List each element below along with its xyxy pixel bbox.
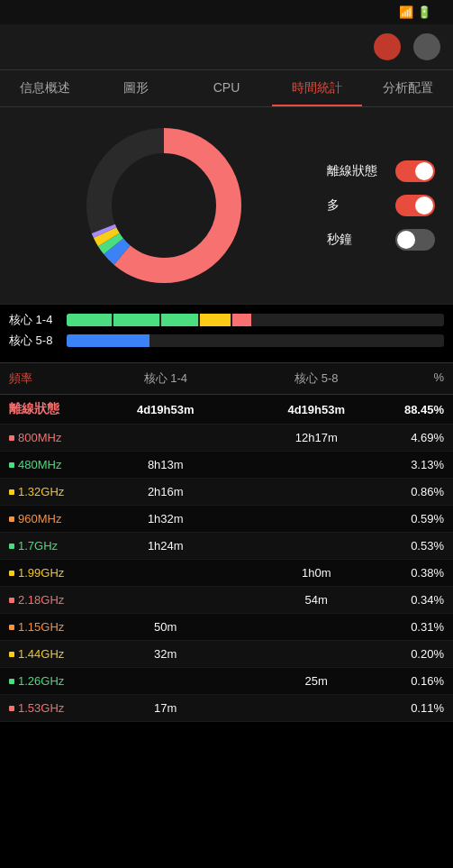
core-bar-fill	[113, 314, 159, 326]
core14-cell: 50m	[90, 620, 241, 634]
freq-dot	[9, 571, 14, 576]
nav-tab-時間統計[interactable]: 時間統計	[272, 70, 363, 106]
table-row: 1.26GHz25m0.16%	[0, 668, 453, 695]
toggle-row: 多	[327, 195, 435, 216]
freq-cell: 1.99GHz	[9, 566, 90, 580]
core-bar-fill	[232, 314, 251, 326]
core-bar-fill	[67, 334, 149, 347]
pct-cell: 0.53%	[392, 539, 444, 553]
core58-cell: 1h0m	[241, 566, 393, 580]
title-bar	[0, 24, 453, 70]
toggle-switch[interactable]	[395, 229, 435, 251]
core14-cell: 8h13m	[90, 458, 241, 471]
table-header-cell: 核心 1-4	[90, 370, 241, 387]
freq-cell: 1.44GHz	[9, 647, 90, 661]
table-row: 1.53GHz17m0.11%	[0, 695, 453, 722]
core58-cell: 4d19h53m	[241, 403, 393, 416]
donut-svg	[78, 120, 249, 291]
freq-value: 2.18GHz	[18, 593, 64, 607]
nav-tab-信息概述[interactable]: 信息概述	[0, 70, 91, 106]
freq-value: 離線狀態	[9, 401, 59, 417]
table-header-cell: 頻率	[9, 370, 90, 387]
close-button[interactable]	[374, 33, 401, 60]
pct-cell: 0.38%	[392, 566, 444, 580]
status-icons: 📶 🔋	[399, 5, 431, 19]
freq-dot	[9, 544, 14, 549]
core-bar-fill	[67, 314, 112, 326]
donut-section: 離線狀態多秒鐘	[0, 107, 453, 304]
freq-cell: 1.26GHz	[9, 674, 90, 688]
freq-dot	[9, 462, 14, 468]
toggle-switch[interactable]	[395, 195, 435, 216]
donut-chart	[78, 120, 249, 291]
freq-value: 1.53GHz	[18, 701, 64, 715]
toggle-switch[interactable]	[395, 160, 435, 182]
freq-value: 1.26GHz	[18, 674, 64, 688]
table-row: 1.7GHz1h24m0.53%	[0, 533, 453, 560]
freq-cell: 1.15GHz	[9, 620, 90, 634]
core-bar-fill	[200, 314, 231, 326]
freq-dot	[9, 625, 14, 630]
pct-cell: 0.59%	[392, 512, 444, 525]
core14-cell: 4d19h53m	[90, 403, 241, 416]
toggle-label: 離線狀態	[327, 163, 377, 179]
table-row: 480MHz8h13m3.13%	[0, 452, 453, 479]
core-bars-section: 核心 1-4核心 5-8	[0, 304, 453, 359]
table-row: 1.15GHz50m0.31%	[0, 614, 453, 641]
core14-cell: 1h32m	[90, 512, 241, 525]
nav-tabs: 信息概述圖形CPU時間統計分析配置	[0, 70, 453, 107]
freq-dot	[9, 679, 14, 684]
table-row: 1.99GHz1h0m0.38%	[0, 560, 453, 587]
freq-cell: 2.18GHz	[9, 593, 90, 607]
freq-value: 480MHz	[18, 458, 61, 471]
pct-cell: 4.69%	[392, 431, 444, 444]
nav-tab-CPU[interactable]: CPU	[181, 70, 272, 106]
core14-cell: 32m	[90, 647, 241, 661]
help-button[interactable]	[413, 33, 440, 60]
freq-value: 1.99GHz	[18, 566, 64, 580]
core14-cell: 1h24m	[90, 539, 241, 553]
core14-cell: 17m	[90, 701, 241, 715]
table-row: 960MHz1h32m0.59%	[0, 506, 453, 533]
core-bar-label: 核心 5-8	[9, 333, 59, 349]
freq-cell: 1.7GHz	[9, 539, 90, 553]
freq-value: 960MHz	[18, 512, 61, 525]
toggle-label: 多	[327, 197, 340, 214]
table-header-cell: 核心 5-8	[241, 370, 393, 387]
table-row: 800MHz12h17m4.69%	[0, 425, 453, 452]
nav-tab-分析配置[interactable]: 分析配置	[362, 70, 453, 106]
freq-dot	[9, 652, 14, 657]
pct-cell: 0.20%	[392, 647, 444, 661]
pct-cell: 0.16%	[392, 674, 444, 688]
core-bar-row: 核心 5-8	[9, 333, 444, 349]
freq-value: 1.44GHz	[18, 647, 64, 661]
table-row: 2.18GHz54m0.34%	[0, 587, 453, 614]
table-row: 1.44GHz32m0.20%	[0, 641, 453, 668]
donut-wrapper	[9, 120, 318, 291]
nav-tab-圖形[interactable]: 圖形	[91, 70, 182, 106]
freq-cell: 800MHz	[9, 431, 90, 444]
table-row: 離線狀態4d19h53m4d19h53m88.45%	[0, 395, 453, 425]
toggle-row: 離線狀態	[327, 160, 435, 182]
freq-cell: 1.53GHz	[9, 701, 90, 715]
freq-cell: 1.32GHz	[9, 485, 90, 498]
table-body: 離線狀態4d19h53m4d19h53m88.45%800MHz12h17m4.…	[0, 395, 453, 722]
pct-cell: 0.86%	[392, 485, 444, 498]
pct-cell: 3.13%	[392, 458, 444, 471]
freq-dot	[9, 435, 14, 441]
freq-value: 800MHz	[18, 431, 61, 444]
core-bar-label: 核心 1-4	[9, 312, 59, 328]
freq-value: 1.32GHz	[18, 485, 64, 498]
table-row: 1.32GHz2h16m0.86%	[0, 479, 453, 506]
freq-cell: 480MHz	[9, 458, 90, 471]
status-right: 📶 🔋	[399, 5, 442, 19]
core-bar-track	[67, 334, 444, 347]
status-bar: 📶 🔋	[0, 0, 453, 24]
freq-dot	[9, 598, 14, 603]
core-bar-track	[67, 314, 444, 326]
freq-value: 1.15GHz	[18, 620, 64, 634]
toggle-label: 秒鐘	[327, 232, 352, 248]
core58-cell: 54m	[241, 593, 393, 607]
freq-dot	[9, 516, 14, 522]
freq-cell: 離線狀態	[9, 401, 90, 417]
